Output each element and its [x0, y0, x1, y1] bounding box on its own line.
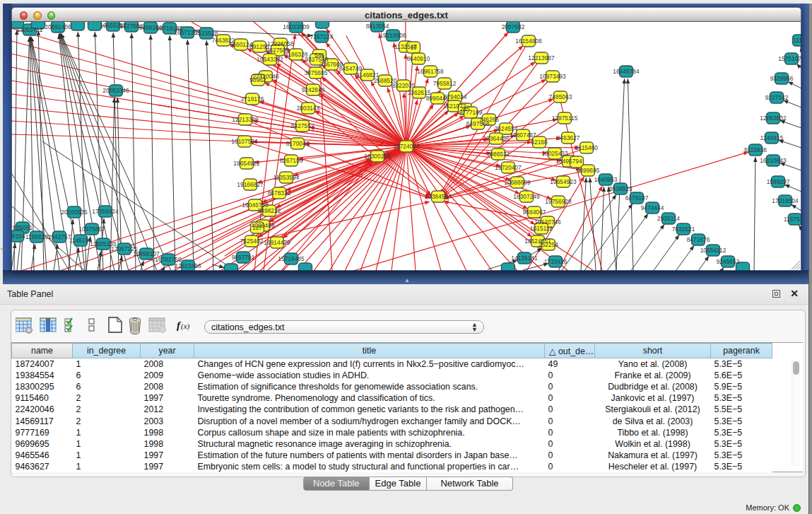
svg-text:16961758: 16961758 [417, 68, 444, 75]
svg-text:1156829: 1156829 [25, 233, 48, 240]
svg-text:746266: 746266 [479, 116, 499, 123]
svg-text:10543382: 10543382 [257, 56, 283, 63]
svg-text:11353594: 11353594 [273, 174, 300, 181]
svg-text:9242848: 9242848 [302, 86, 325, 93]
svg-text:2935114: 2935114 [657, 215, 680, 222]
svg-text:1589297: 1589297 [767, 178, 790, 185]
svg-text:6498222: 6498222 [258, 207, 281, 214]
svg-text:7515528: 7515528 [195, 30, 218, 37]
svg-text:9115938: 9115938 [744, 146, 767, 153]
svg-text:8267150: 8267150 [280, 157, 303, 164]
svg-text:16033809: 16033809 [283, 23, 310, 30]
svg-text:19654923: 19654923 [550, 178, 577, 185]
svg-text:10654112: 10654112 [700, 247, 726, 254]
svg-text:6479197: 6479197 [625, 194, 649, 201]
svg-text:62160: 62160 [531, 139, 548, 146]
svg-text:39154: 39154 [11, 233, 25, 240]
svg-text:9699695: 9699695 [577, 167, 600, 174]
svg-text:1733426: 1733426 [544, 258, 567, 265]
svg-text:9474444: 9474444 [641, 204, 664, 211]
svg-text:1244415: 1244415 [760, 134, 784, 141]
svg-text:19654922: 19654922 [233, 160, 260, 167]
svg-text:8471676: 8471676 [687, 236, 710, 243]
svg-text:6794024: 6794024 [444, 93, 467, 100]
svg-text:7986532: 7986532 [487, 151, 510, 158]
svg-text:12213389: 12213389 [232, 116, 259, 123]
svg-text:12923486: 12923486 [175, 262, 201, 269]
svg-text:14136141: 14136141 [511, 255, 538, 262]
svg-text:12975115: 12975115 [552, 115, 578, 122]
svg-text:16648784: 16648784 [613, 68, 640, 75]
svg-text:9329966: 9329966 [770, 75, 794, 82]
svg-text:8186328: 8186328 [285, 51, 308, 58]
svg-text:18724007: 18724007 [393, 143, 420, 150]
svg-text:17016504: 17016504 [772, 197, 799, 204]
svg-text:1117: 1117 [793, 37, 801, 44]
svg-text:16914479: 16914479 [264, 239, 290, 246]
svg-text:19: 19 [410, 44, 417, 51]
svg-text:10975867: 10975867 [78, 226, 105, 233]
svg-text:1167533: 1167533 [784, 216, 801, 223]
svg-text:(x): (x) [181, 322, 190, 331]
svg-text:3875685: 3875685 [305, 69, 328, 76]
svg-text:2942757: 2942757 [48, 233, 71, 240]
svg-text:18307249: 18307249 [513, 193, 540, 200]
svg-text:18300295: 18300295 [364, 153, 391, 160]
svg-text:10973493: 10973493 [539, 73, 566, 80]
svg-text:16210643: 16210643 [760, 157, 787, 164]
svg-text:19756928: 19756928 [545, 198, 572, 205]
svg-text:20691406: 20691406 [45, 23, 71, 30]
svg-text:252254: 252254 [539, 241, 558, 248]
svg-text:1640953: 1640953 [594, 176, 618, 183]
svg-text:98962: 98962 [249, 76, 266, 83]
svg-text:1145194: 1145194 [69, 237, 92, 244]
svg-text:10025433: 10025433 [541, 150, 568, 157]
svg-text:14055712: 14055712 [16, 26, 43, 33]
svg-text:12213987: 12213987 [528, 54, 555, 62]
svg-text:15751074: 15751074 [778, 55, 801, 62]
svg-text:19166827: 19166827 [237, 181, 264, 188]
svg-text:15716485: 15716485 [278, 255, 305, 262]
svg-text:19384554: 19384554 [425, 193, 452, 200]
svg-text:7632621: 7632621 [672, 226, 695, 233]
svg-text:20053346: 20053346 [102, 87, 129, 94]
svg-text:9777169: 9777169 [459, 109, 483, 116]
svg-text:8678332: 8678332 [268, 189, 291, 197]
svg-text:16495794: 16495794 [555, 158, 582, 165]
svg-text:8938923: 8938923 [609, 185, 632, 192]
svg-text:20200535: 20200535 [61, 209, 88, 216]
svg-text:8640910: 8640910 [407, 55, 430, 62]
svg-text:8427552: 8427552 [291, 122, 314, 129]
svg-text:8813054: 8813054 [366, 23, 389, 30]
svg-text:2718176: 2718176 [241, 95, 264, 103]
svg-text:9684067: 9684067 [523, 209, 546, 216]
svg-text:2087682: 2087682 [502, 23, 525, 30]
svg-text:20364436: 20364436 [483, 135, 510, 142]
svg-text:9245652: 9245652 [717, 258, 740, 265]
svg-text:10807487: 10807487 [510, 132, 536, 139]
svg-text:7357224: 7357224 [310, 33, 334, 40]
svg-text:8170046: 8170046 [286, 140, 310, 147]
svg-text:2803144: 2803144 [297, 105, 320, 112]
svg-text:7485063: 7485063 [549, 93, 572, 100]
svg-text:10107554: 10107554 [231, 138, 258, 145]
svg-text:8322035: 8322035 [392, 82, 416, 89]
svg-text:9115460: 9115460 [575, 144, 598, 151]
svg-text:9857791: 9857791 [232, 254, 255, 261]
svg-text:17359924: 17359924 [92, 208, 119, 215]
svg-text:10688609: 10688609 [504, 179, 531, 186]
svg-text:19218506: 19218506 [379, 32, 406, 39]
svg-text:12093832: 12093832 [760, 115, 787, 122]
svg-text:127: 127 [252, 224, 262, 231]
svg-text:16154808: 16154808 [515, 37, 542, 45]
svg-text:7955812: 7955812 [433, 80, 457, 87]
svg-text:9463627: 9463627 [557, 134, 580, 141]
svg-text:9227342: 9227342 [765, 94, 789, 101]
svg-text:935061: 935061 [13, 224, 33, 231]
svg-text:15720407: 15720407 [495, 164, 522, 171]
svg-text:1615112: 1615112 [530, 225, 553, 232]
svg-text:7625402: 7625402 [240, 238, 264, 245]
